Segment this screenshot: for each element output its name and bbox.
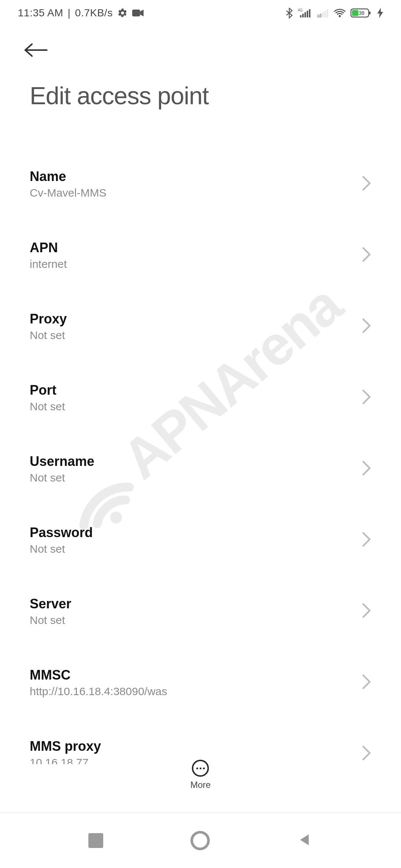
svg-rect-3 <box>300 15 301 17</box>
gear-icon <box>117 8 128 18</box>
status-time: 11:35 AM <box>18 7 63 19</box>
setting-value: internet <box>30 258 67 270</box>
home-button[interactable] <box>190 831 210 850</box>
square-icon <box>88 833 103 848</box>
setting-value: 10.16.18.77 <box>30 756 101 764</box>
setting-label: Username <box>30 454 94 469</box>
setting-row-port[interactable]: PortNot set <box>30 362 371 433</box>
more-dots-icon <box>192 760 209 777</box>
setting-value: Not set <box>30 471 94 484</box>
svg-rect-11 <box>325 11 326 17</box>
setting-row-mms-proxy[interactable]: MMS proxy10.16.18.77 <box>30 718 371 764</box>
system-navigation-bar <box>0 812 401 868</box>
setting-label: MMSC <box>30 667 167 683</box>
circle-icon <box>190 831 210 850</box>
setting-row-mmsc[interactable]: MMSChttp://10.16.18.4:38090/was <box>30 647 371 718</box>
chevron-right-icon <box>362 318 371 335</box>
triangle-left-icon <box>297 832 313 848</box>
setting-row-server[interactable]: ServerNot set <box>30 576 371 647</box>
arrow-left-icon <box>24 42 49 58</box>
setting-label: Proxy <box>30 311 67 327</box>
svg-rect-1 <box>132 10 140 17</box>
svg-text:4G: 4G <box>298 8 303 12</box>
setting-row-apn[interactable]: APNinternet <box>30 220 371 291</box>
setting-label: MMS proxy <box>30 739 101 754</box>
wifi-icon <box>333 8 346 18</box>
setting-value: Not set <box>30 400 65 413</box>
status-net-rate: 0.7KB/s <box>75 7 113 19</box>
battery-percent-text: 38 <box>359 10 365 16</box>
more-button[interactable]: More <box>190 760 211 790</box>
page-title: Edit access point <box>0 74 401 128</box>
setting-value: Not set <box>30 329 67 342</box>
setting-row-name[interactable]: NameCv-Mavel-MMS <box>30 148 371 220</box>
status-bar: 11:35 AM | 0.7KB/s 4G <box>0 0 401 26</box>
chevron-right-icon <box>362 247 371 264</box>
setting-label: Server <box>30 596 71 612</box>
svg-rect-14 <box>352 10 358 16</box>
setting-value: http://10.16.18.4:38090/was <box>30 685 167 698</box>
setting-label: Port <box>30 382 65 398</box>
back-system-button[interactable] <box>297 832 313 849</box>
svg-rect-15 <box>369 11 371 14</box>
setting-value: Not set <box>30 614 71 627</box>
chevron-right-icon <box>362 745 371 762</box>
chevron-right-icon <box>362 603 371 620</box>
svg-rect-10 <box>322 12 324 17</box>
status-separator: | <box>68 7 71 19</box>
signal-no-sim-icon <box>316 8 329 18</box>
bluetooth-icon <box>285 7 293 19</box>
back-button[interactable] <box>24 42 49 58</box>
svg-rect-5 <box>304 12 306 17</box>
svg-rect-4 <box>302 14 304 17</box>
chevron-right-icon <box>362 674 371 691</box>
recents-button[interactable] <box>88 833 103 848</box>
settings-list: NameCv-Mavel-MMSAPNinternetProxyNot setP… <box>0 148 401 764</box>
signal-4g-icon: 4G <box>298 8 311 18</box>
setting-value: Cv-Mavel-MMS <box>30 187 107 199</box>
setting-row-username[interactable]: UsernameNot set <box>30 433 371 504</box>
setting-value: Not set <box>30 543 93 555</box>
setting-label: Password <box>30 525 93 540</box>
chevron-right-icon <box>362 532 371 549</box>
setting-label: Name <box>30 169 107 184</box>
battery-icon: 38 <box>351 7 373 19</box>
more-button-label: More <box>190 780 211 790</box>
nav-bar <box>0 26 401 74</box>
svg-rect-7 <box>309 9 310 17</box>
chevron-right-icon <box>362 460 371 477</box>
setting-row-proxy[interactable]: ProxyNot set <box>30 291 371 362</box>
video-camera-icon <box>132 9 144 17</box>
setting-label: APN <box>30 240 67 256</box>
svg-rect-9 <box>320 14 322 17</box>
setting-row-password[interactable]: PasswordNot set <box>30 504 371 576</box>
chevron-right-icon <box>362 389 371 406</box>
charging-bolt-icon <box>377 8 383 18</box>
chevron-right-icon <box>362 175 371 193</box>
svg-rect-6 <box>307 11 308 17</box>
svg-rect-12 <box>327 9 328 17</box>
